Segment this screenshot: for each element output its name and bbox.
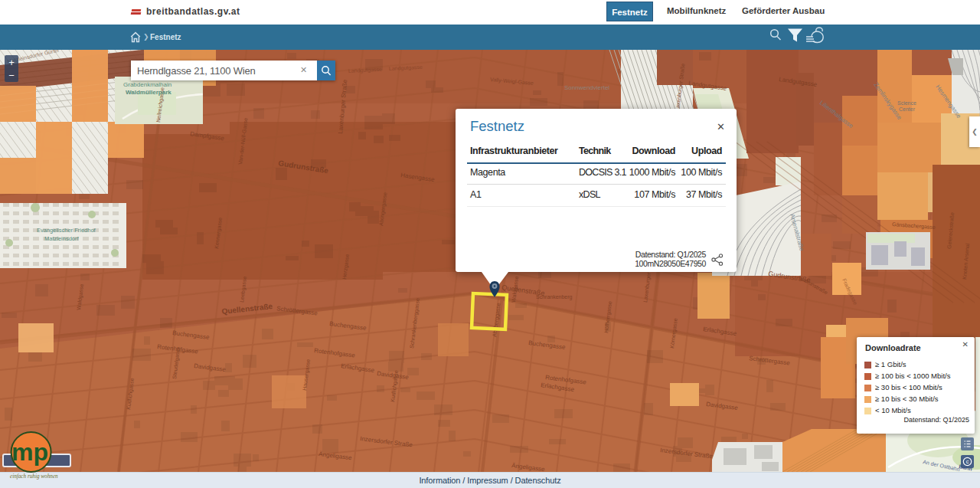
svg-text:Evangelischer Friedhof: Evangelischer Friedhof xyxy=(37,227,96,234)
svg-text:mp: mp xyxy=(11,438,48,466)
svg-text:Science: Science xyxy=(897,100,916,106)
svg-text:Matzleinsdorf: Matzleinsdorf xyxy=(44,235,80,242)
svg-text:Schrankenberg: Schrankenberg xyxy=(536,294,573,300)
svg-text:c: c xyxy=(966,458,969,465)
svg-text:einfach ruhig wohnen: einfach ruhig wohnen xyxy=(10,473,58,480)
svg-text:Center: Center xyxy=(899,106,916,112)
svg-text:Waldmüllerpark: Waldmüllerpark xyxy=(126,89,172,96)
svg-text:Grabdenkmalhain: Grabdenkmalhain xyxy=(123,81,172,88)
svg-text:Sonnwendviertel: Sonnwendviertel xyxy=(564,84,609,91)
